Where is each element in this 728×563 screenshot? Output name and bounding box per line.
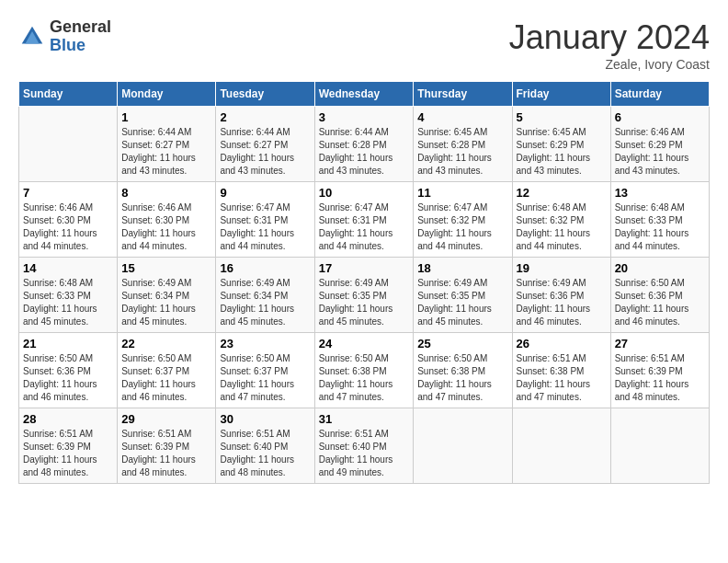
day-info: Sunrise: 6:50 AMSunset: 6:36 PMDaylight:…: [23, 352, 113, 404]
day-info: Sunrise: 6:49 AMSunset: 6:36 PMDaylight:…: [517, 277, 607, 328]
day-info: Sunrise: 6:48 AMSunset: 6:32 PMDaylight:…: [517, 201, 607, 253]
calendar-day-cell: 30Sunrise: 6:51 AMSunset: 6:40 PMDayligh…: [216, 408, 314, 484]
day-number: 25: [417, 337, 507, 350]
day-of-week-header: Tuesday: [216, 82, 314, 107]
day-info: Sunrise: 6:46 AMSunset: 6:30 PMDaylight:…: [23, 201, 113, 253]
day-number: 2: [220, 110, 310, 124]
day-info: Sunrise: 6:46 AMSunset: 6:29 PMDaylight:…: [615, 126, 705, 178]
calendar-week-row: 7Sunrise: 6:46 AMSunset: 6:30 PMDaylight…: [19, 182, 710, 258]
calendar-day-cell: 31Sunrise: 6:51 AMSunset: 6:40 PMDayligh…: [314, 408, 414, 484]
day-number: 7: [23, 186, 113, 200]
day-info: Sunrise: 6:51 AMSunset: 6:39 PMDaylight:…: [23, 428, 113, 479]
calendar-day-cell: [610, 408, 709, 484]
day-info: Sunrise: 6:48 AMSunset: 6:33 PMDaylight:…: [615, 201, 705, 253]
day-number: 14: [23, 261, 113, 275]
calendar-week-row: 1Sunrise: 6:44 AMSunset: 6:27 PMDaylight…: [19, 107, 710, 182]
day-info: Sunrise: 6:51 AMSunset: 6:39 PMDaylight:…: [615, 352, 705, 404]
calendar-day-cell: 17Sunrise: 6:49 AMSunset: 6:35 PMDayligh…: [314, 258, 414, 333]
page-header: General Blue January 2024 Zeale, Ivory C…: [18, 18, 710, 72]
calendar-day-cell: [414, 408, 512, 484]
day-info: Sunrise: 6:48 AMSunset: 6:33 PMDaylight:…: [23, 277, 113, 328]
day-info: Sunrise: 6:50 AMSunset: 6:36 PMDaylight:…: [615, 277, 705, 328]
calendar-day-cell: 19Sunrise: 6:49 AMSunset: 6:36 PMDayligh…: [512, 258, 610, 333]
calendar-day-cell: 11Sunrise: 6:47 AMSunset: 6:32 PMDayligh…: [414, 182, 512, 258]
calendar-day-cell: 5Sunrise: 6:45 AMSunset: 6:29 PMDaylight…: [512, 107, 610, 182]
day-number: 5: [517, 110, 607, 124]
day-info: Sunrise: 6:44 AMSunset: 6:27 PMDaylight:…: [121, 126, 211, 178]
day-of-week-header: Friday: [512, 82, 610, 107]
calendar-day-cell: 6Sunrise: 6:46 AMSunset: 6:29 PMDaylight…: [610, 107, 709, 182]
calendar-day-cell: 13Sunrise: 6:48 AMSunset: 6:33 PMDayligh…: [610, 182, 709, 258]
calendar-day-cell: 4Sunrise: 6:45 AMSunset: 6:28 PMDaylight…: [414, 107, 512, 182]
calendar-week-row: 14Sunrise: 6:48 AMSunset: 6:33 PMDayligh…: [19, 258, 710, 333]
day-info: Sunrise: 6:50 AMSunset: 6:37 PMDaylight:…: [220, 352, 310, 404]
calendar-day-cell: 9Sunrise: 6:47 AMSunset: 6:31 PMDaylight…: [216, 182, 314, 258]
day-number: 10: [319, 186, 410, 200]
logo-text: General Blue: [50, 18, 111, 55]
day-number: 16: [220, 261, 310, 275]
calendar-week-row: 21Sunrise: 6:50 AMSunset: 6:36 PMDayligh…: [19, 333, 710, 408]
calendar-table: SundayMondayTuesdayWednesdayThursdayFrid…: [18, 81, 710, 484]
day-number: 15: [121, 261, 211, 275]
title-block: January 2024 Zeale, Ivory Coast: [509, 18, 710, 72]
calendar-day-cell: 15Sunrise: 6:49 AMSunset: 6:34 PMDayligh…: [118, 258, 216, 333]
day-number: 11: [417, 186, 507, 200]
day-number: 19: [517, 261, 607, 275]
day-info: Sunrise: 6:45 AMSunset: 6:29 PMDaylight:…: [517, 126, 607, 178]
calendar-day-cell: 29Sunrise: 6:51 AMSunset: 6:39 PMDayligh…: [118, 408, 216, 484]
day-number: 26: [517, 337, 607, 350]
day-number: 12: [517, 186, 607, 200]
calendar-day-cell: 14Sunrise: 6:48 AMSunset: 6:33 PMDayligh…: [19, 258, 118, 333]
day-number: 22: [121, 337, 211, 350]
calendar-day-cell: 7Sunrise: 6:46 AMSunset: 6:30 PMDaylight…: [19, 182, 118, 258]
logo-general-text: General: [50, 18, 111, 37]
day-info: Sunrise: 6:49 AMSunset: 6:35 PMDaylight:…: [417, 277, 507, 328]
day-number: 23: [220, 337, 310, 350]
day-of-week-header: Thursday: [414, 82, 512, 107]
day-number: 17: [319, 261, 410, 275]
day-number: 1: [121, 110, 211, 124]
logo-icon: [18, 23, 46, 51]
calendar-day-cell: 25Sunrise: 6:50 AMSunset: 6:38 PMDayligh…: [414, 333, 512, 408]
calendar-day-cell: 3Sunrise: 6:44 AMSunset: 6:28 PMDaylight…: [314, 107, 414, 182]
calendar-week-row: 28Sunrise: 6:51 AMSunset: 6:39 PMDayligh…: [19, 408, 710, 484]
day-info: Sunrise: 6:51 AMSunset: 6:40 PMDaylight:…: [319, 428, 410, 479]
logo: General Blue: [18, 18, 111, 55]
day-info: Sunrise: 6:51 AMSunset: 6:38 PMDaylight:…: [517, 352, 607, 404]
day-number: 29: [121, 412, 211, 426]
day-info: Sunrise: 6:50 AMSunset: 6:38 PMDaylight:…: [417, 352, 507, 404]
day-of-week-header: Monday: [118, 82, 216, 107]
calendar-day-cell: 10Sunrise: 6:47 AMSunset: 6:31 PMDayligh…: [314, 182, 414, 258]
day-info: Sunrise: 6:44 AMSunset: 6:28 PMDaylight:…: [319, 126, 410, 178]
calendar-day-cell: [512, 408, 610, 484]
day-info: Sunrise: 6:51 AMSunset: 6:40 PMDaylight:…: [220, 428, 310, 479]
calendar-day-cell: 18Sunrise: 6:49 AMSunset: 6:35 PMDayligh…: [414, 258, 512, 333]
day-info: Sunrise: 6:50 AMSunset: 6:38 PMDaylight:…: [319, 352, 410, 404]
day-of-week-header: Sunday: [19, 82, 118, 107]
day-info: Sunrise: 6:44 AMSunset: 6:27 PMDaylight:…: [220, 126, 310, 178]
day-number: 6: [615, 110, 705, 124]
day-info: Sunrise: 6:49 AMSunset: 6:34 PMDaylight:…: [121, 277, 211, 328]
calendar-day-cell: 27Sunrise: 6:51 AMSunset: 6:39 PMDayligh…: [610, 333, 709, 408]
day-info: Sunrise: 6:49 AMSunset: 6:35 PMDaylight:…: [319, 277, 410, 328]
day-of-week-header: Wednesday: [314, 82, 414, 107]
day-number: 30: [220, 412, 310, 426]
day-info: Sunrise: 6:50 AMSunset: 6:37 PMDaylight:…: [121, 352, 211, 404]
day-info: Sunrise: 6:49 AMSunset: 6:34 PMDaylight:…: [220, 277, 310, 328]
day-number: 4: [417, 110, 507, 124]
day-info: Sunrise: 6:47 AMSunset: 6:31 PMDaylight:…: [220, 201, 310, 253]
logo-blue-text: Blue: [50, 37, 111, 55]
day-info: Sunrise: 6:46 AMSunset: 6:30 PMDaylight:…: [121, 201, 211, 253]
calendar-day-cell: 20Sunrise: 6:50 AMSunset: 6:36 PMDayligh…: [610, 258, 709, 333]
calendar-day-cell: 23Sunrise: 6:50 AMSunset: 6:37 PMDayligh…: [216, 333, 314, 408]
day-number: 3: [319, 110, 410, 124]
day-number: 31: [319, 412, 410, 426]
day-of-week-header: Saturday: [610, 82, 709, 107]
day-info: Sunrise: 6:51 AMSunset: 6:39 PMDaylight:…: [121, 428, 211, 479]
day-number: 28: [23, 412, 113, 426]
calendar-day-cell: 2Sunrise: 6:44 AMSunset: 6:27 PMDaylight…: [216, 107, 314, 182]
calendar-header-row: SundayMondayTuesdayWednesdayThursdayFrid…: [19, 82, 710, 107]
calendar-day-cell: 26Sunrise: 6:51 AMSunset: 6:38 PMDayligh…: [512, 333, 610, 408]
day-info: Sunrise: 6:47 AMSunset: 6:32 PMDaylight:…: [417, 201, 507, 253]
day-number: 21: [23, 337, 113, 350]
